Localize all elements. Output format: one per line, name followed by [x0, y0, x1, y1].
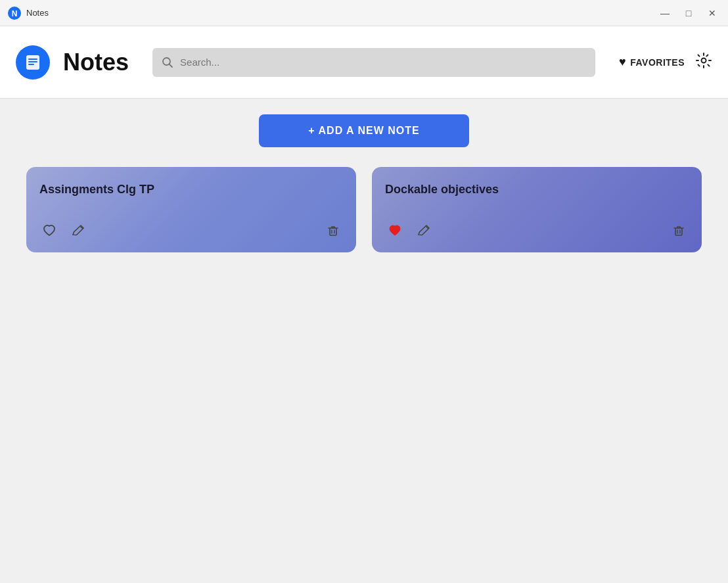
note-title-1: Assingments Clg TP: [39, 183, 343, 197]
search-input[interactable]: [180, 57, 586, 68]
title-bar: N Notes — □ ✕: [0, 0, 728, 26]
favorites-label: FAVORITES: [630, 57, 685, 68]
header: Notes ♥ FAVORITES: [0, 26, 728, 99]
search-icon: [162, 57, 173, 68]
note-actions-2: [385, 221, 689, 241]
pencil-icon-2: [417, 223, 431, 238]
note-actions-left-1: [39, 221, 88, 241]
svg-text:N: N: [12, 9, 18, 18]
note-delete-button-1[interactable]: [323, 221, 343, 241]
svg-rect-4: [28, 61, 37, 62]
maximize-button[interactable]: □: [681, 5, 696, 21]
note-card-1[interactable]: Assingments Clg TP: [26, 167, 356, 252]
favorites-heart-icon: ♥: [619, 55, 626, 69]
page-title: Notes: [63, 49, 129, 76]
note-edit-button-2[interactable]: [414, 221, 434, 241]
minimize-button[interactable]: —: [657, 5, 673, 21]
app-icon: N: [8, 7, 21, 20]
app-logo: [16, 45, 50, 80]
note-favorite-button-2[interactable]: [385, 221, 405, 241]
trash-icon: [326, 223, 340, 238]
svg-point-8: [702, 58, 706, 62]
trash-icon-2: [671, 223, 686, 238]
search-bar[interactable]: [152, 48, 595, 77]
title-bar-text: Notes: [26, 8, 657, 18]
notes-grid: Assingments Clg TP: [26, 167, 702, 252]
note-delete-button-2[interactable]: [669, 221, 689, 241]
add-note-button[interactable]: + ADD A NEW NOTE: [259, 114, 469, 147]
svg-line-7: [170, 64, 173, 67]
gear-icon: [695, 52, 712, 69]
window-controls: — □ ✕: [657, 5, 720, 21]
note-favorite-button-1[interactable]: [39, 221, 59, 241]
settings-button[interactable]: [695, 52, 712, 73]
note-edit-button-1[interactable]: [68, 221, 88, 241]
svg-rect-13: [675, 228, 682, 235]
header-right: ♥ FAVORITES: [619, 52, 712, 73]
heart-outline-icon: [42, 223, 57, 238]
note-actions-left-2: [385, 221, 434, 241]
note-title-2: Dockable objectives: [385, 183, 689, 197]
note-card-2[interactable]: Dockable objectives: [372, 167, 702, 252]
favorites-button[interactable]: ♥ FAVORITES: [619, 55, 685, 69]
svg-rect-3: [28, 58, 37, 60]
main-content: + ADD A NEW NOTE Assingments Clg TP: [0, 99, 728, 583]
heart-filled-icon: [388, 223, 402, 238]
svg-rect-5: [28, 64, 34, 65]
close-button[interactable]: ✕: [704, 5, 720, 21]
pencil-icon: [71, 223, 85, 238]
note-actions-1: [39, 221, 343, 241]
svg-rect-9: [330, 228, 336, 235]
